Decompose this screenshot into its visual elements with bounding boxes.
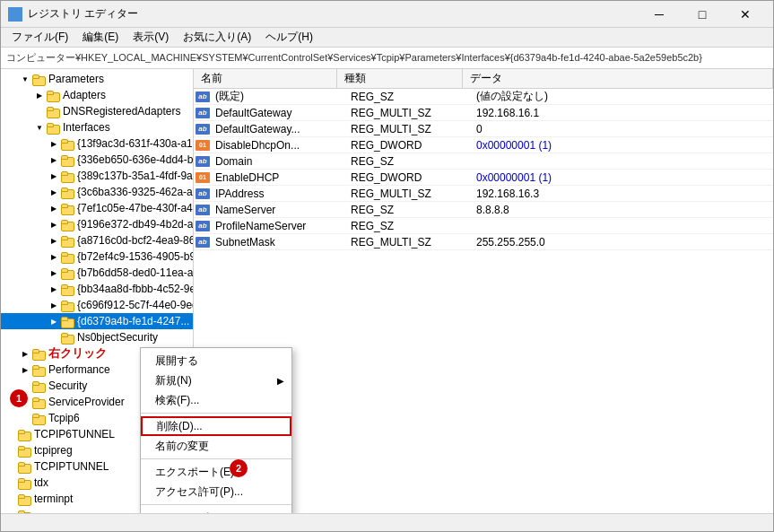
folder-icon bbox=[60, 218, 74, 231]
reg-name: DefaultGateway... bbox=[212, 123, 351, 135]
menu-view[interactable]: 表示(V) bbox=[126, 28, 176, 47]
tree-item-guid9[interactable]: ▶ {bb34aa8d-fbbb-4c52-9edf- bbox=[1, 281, 193, 297]
folder-icon bbox=[31, 363, 46, 376]
tree-label: Performance bbox=[48, 363, 110, 376]
tree-label: tcpipreg bbox=[34, 444, 73, 457]
folder-icon bbox=[60, 266, 74, 279]
annotation-2: 2 bbox=[230, 459, 248, 477]
folder-icon bbox=[31, 73, 46, 85]
tree-item-guid0[interactable]: ▶ {13f9ac3d-631f-430a-a128-9 bbox=[1, 135, 193, 152]
folder-icon bbox=[60, 299, 74, 311]
reg-row-9[interactable]: ab SubnetMask REG_MULTI_SZ 255.255.255.0 bbox=[194, 234, 773, 250]
reg-row-4[interactable]: ab Domain REG_SZ bbox=[194, 153, 773, 170]
annotation-1: 1 bbox=[10, 389, 28, 407]
tree-label: {9196e372-db49-4b2d-a17c- bbox=[77, 218, 194, 231]
reg-type: REG_MULTI_SZ bbox=[351, 188, 476, 200]
reg-icon-dword: 01 bbox=[194, 140, 212, 151]
reg-type: REG_MULTI_SZ bbox=[351, 107, 476, 119]
reg-name: IPAddress bbox=[212, 188, 351, 200]
ea bbox=[4, 476, 17, 489]
ctx-rename[interactable]: 名前の変更 bbox=[141, 436, 291, 456]
ea: ▶ bbox=[48, 299, 60, 311]
close-button[interactable]: ✕ bbox=[725, 1, 766, 28]
reg-row-0[interactable]: ab (既定) REG_SZ (値の設定なし) bbox=[194, 89, 773, 105]
reg-data: 192.168.16.3 bbox=[476, 188, 773, 200]
status-bar bbox=[1, 513, 773, 531]
tree-item-guid4[interactable]: ▶ {7ef1c05e-47be-430f-a4fa-6 bbox=[1, 200, 193, 216]
ea: ▶ bbox=[48, 202, 60, 214]
tree-label: {b72ef4c9-1536-4905-b923- bbox=[77, 250, 194, 263]
reg-data: 0x00000001 (1) bbox=[476, 139, 773, 152]
reg-data: (値の設定なし) bbox=[476, 89, 773, 104]
menu-file[interactable]: ファイル(F) bbox=[4, 28, 75, 47]
ctx-delete[interactable]: 削除(D)... bbox=[141, 416, 291, 436]
reg-type: REG_SZ bbox=[351, 204, 476, 216]
ea bbox=[19, 412, 31, 424]
tree-item-dns[interactable]: DNSRegisteredAdapters bbox=[1, 103, 193, 119]
ea: ▶ bbox=[48, 250, 60, 263]
window-controls: ─ □ ✕ bbox=[639, 1, 766, 28]
reg-type: REG_SZ bbox=[351, 91, 476, 103]
tree-item-interfaces[interactable]: ▼ Interfaces bbox=[1, 119, 193, 135]
folder-icon bbox=[60, 331, 74, 344]
tree-item-ns[interactable]: Ns0bjectSecurity bbox=[1, 329, 193, 345]
expand-arrow: ▶ bbox=[33, 89, 46, 101]
reg-row-5[interactable]: 01 EnableDHCP REG_DWORD 0x00000001 (1) bbox=[194, 170, 773, 186]
reg-row-1[interactable]: ab DefaultGateway REG_MULTI_SZ 192.168.1… bbox=[194, 105, 773, 121]
tree-item-guid1[interactable]: ▶ {336eb650-636e-4dd4-ba28- bbox=[1, 152, 193, 168]
folder-icon bbox=[60, 234, 74, 247]
tree-label: {b7b6dd58-ded0-11ea-a6c8 bbox=[77, 266, 194, 279]
reg-name: DisableDhcpOn... bbox=[212, 139, 351, 152]
ctx-export[interactable]: エクスポート(E) bbox=[141, 462, 291, 482]
col-header-name: 名前 bbox=[194, 69, 337, 88]
reg-row-3[interactable]: 01 DisableDhcpOn... REG_DWORD 0x00000001… bbox=[194, 137, 773, 153]
ctx-copy-key[interactable]: キーのコピー(C) bbox=[141, 508, 291, 513]
tree-item-selected-guid[interactable]: ▶ {d6379a4b-fe1d-4247... bbox=[1, 313, 193, 329]
main-content: ▼ Parameters ▶ Adapters DNSRegisteredAda… bbox=[1, 69, 773, 513]
expand-arrow bbox=[33, 105, 46, 118]
reg-icon-ab: ab bbox=[194, 156, 212, 167]
reg-name: SubnetMask bbox=[212, 236, 351, 249]
folder-icon bbox=[46, 121, 60, 134]
menu-help[interactable]: ヘルプ(H) bbox=[258, 28, 320, 47]
reg-row-2[interactable]: ab DefaultGateway... REG_MULTI_SZ 0 bbox=[194, 121, 773, 137]
folder-icon bbox=[17, 444, 31, 457]
ctx-expand[interactable]: 展開する bbox=[141, 351, 291, 371]
reg-name: ProfileNameServer bbox=[212, 220, 351, 232]
reg-row-6[interactable]: ab IPAddress REG_MULTI_SZ 192.168.16.3 bbox=[194, 186, 773, 202]
folder-icon bbox=[60, 186, 74, 198]
menu-bar: ファイル(F) 編集(E) 表示(V) お気に入り(A) ヘルプ(H) bbox=[1, 28, 773, 48]
folder-icon bbox=[60, 170, 74, 182]
reg-icon-ab: ab bbox=[194, 188, 212, 199]
reg-row-7[interactable]: ab NameServer REG_SZ 8.8.8.8 bbox=[194, 202, 773, 218]
tree-item-guid5[interactable]: ▶ {9196e372-db49-4b2d-a17c- bbox=[1, 216, 193, 232]
ctx-search[interactable]: 検索(F)... bbox=[141, 390, 291, 410]
minimize-button[interactable]: ─ bbox=[639, 1, 680, 28]
folder-icon bbox=[60, 137, 74, 150]
ea: ▶ bbox=[48, 137, 60, 150]
reg-row-8[interactable]: ab ProfileNameServer REG_SZ bbox=[194, 218, 773, 234]
menu-favorites[interactable]: お気に入り(A) bbox=[176, 28, 258, 47]
folder-icon bbox=[60, 315, 74, 327]
expand-arrow: ▼ bbox=[19, 73, 31, 85]
tree-item-guid10[interactable]: ▶ {c696f912-5c7f-44e0-9ed1-c bbox=[1, 297, 193, 313]
tree-item-guid7[interactable]: ▶ {b72ef4c9-1536-4905-b923- bbox=[1, 249, 193, 265]
tree-item-adapters[interactable]: ▶ Adapters bbox=[1, 87, 193, 103]
tree-item-parameters[interactable]: ▼ Parameters bbox=[1, 71, 193, 87]
tree-item-guid8[interactable]: ▶ {b7b6dd58-ded0-11ea-a6c8 bbox=[1, 265, 193, 281]
folder-icon bbox=[31, 412, 46, 424]
tree-label: tdx bbox=[34, 476, 48, 489]
tree-item-guid2[interactable]: ▶ {389c137b-35a1-4fdf-9a97- bbox=[1, 168, 193, 184]
tree-label: {3c6ba336-9325-462a-a4f3- bbox=[77, 186, 194, 198]
menu-edit[interactable]: 編集(E) bbox=[75, 28, 126, 47]
tree-label: {389c137b-35a1-4fdf-9a97- bbox=[77, 170, 194, 182]
tree-item-guid6[interactable]: ▶ {a8716c0d-bcf2-4ea9-8603- bbox=[1, 232, 193, 249]
ctx-new[interactable]: 新規(N) ▶ bbox=[141, 371, 291, 390]
maximize-button[interactable]: □ bbox=[682, 1, 723, 28]
tree-item-guid3[interactable]: ▶ {3c6ba336-9325-462a-a4f3- bbox=[1, 184, 193, 200]
ctx-permissions[interactable]: アクセス許可(P)... bbox=[141, 482, 291, 501]
column-headers: 名前 種類 データ bbox=[194, 69, 773, 89]
folder-icon bbox=[31, 379, 46, 392]
reg-type: REG_MULTI_SZ bbox=[351, 123, 476, 135]
reg-type: REG_DWORD bbox=[351, 139, 476, 152]
